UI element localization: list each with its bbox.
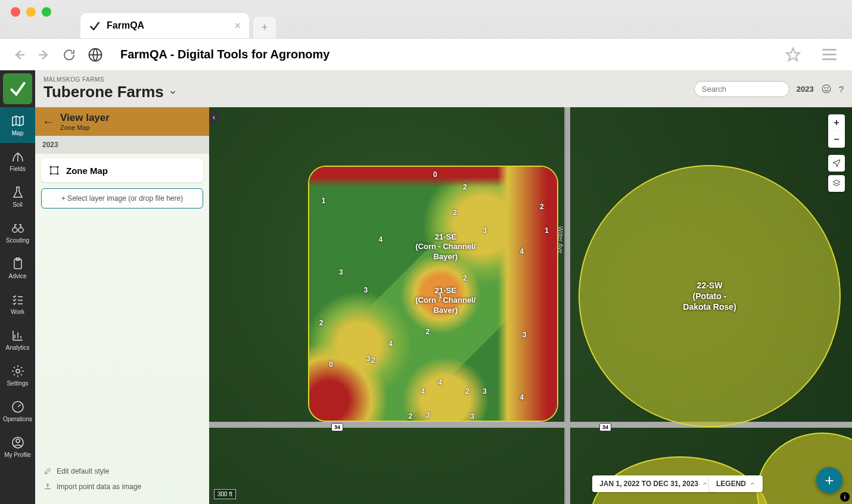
forward-icon[interactable] bbox=[37, 48, 51, 62]
farm-title-dropdown[interactable]: Tuberone Farms bbox=[43, 83, 694, 101]
zone-value: 2 bbox=[463, 274, 467, 282]
search-input[interactable] bbox=[694, 81, 789, 97]
zoom-in-button[interactable]: + bbox=[828, 114, 845, 131]
svg-point-14 bbox=[57, 173, 58, 175]
locate-button[interactable] bbox=[828, 155, 845, 172]
year-selector[interactable]: 2023 bbox=[797, 85, 814, 94]
sidebar-nav: Map Fields Soil Scouting Advice Work Ana… bbox=[0, 70, 35, 504]
face-icon[interactable] bbox=[821, 83, 832, 94]
nav-analytics[interactable]: Analytics bbox=[0, 322, 35, 357]
nav-label: Soil bbox=[13, 201, 23, 208]
nav-label: Map bbox=[12, 130, 23, 136]
zone-value: 4 bbox=[520, 393, 524, 402]
route-badge: 34 bbox=[599, 423, 611, 431]
nav-map[interactable]: Map bbox=[0, 107, 35, 143]
refresh-icon[interactable] bbox=[62, 48, 76, 62]
zone-value: 4 bbox=[378, 235, 383, 244]
legend-label: LEGEND bbox=[716, 480, 746, 488]
chart-icon bbox=[11, 328, 25, 343]
fields-icon bbox=[11, 150, 25, 164]
nav-scouting[interactable]: Scouting bbox=[0, 214, 35, 250]
legend-toggle[interactable]: LEGEND bbox=[709, 475, 763, 492]
nav-profile[interactable]: My Profile bbox=[0, 429, 35, 465]
route-badge: 34 bbox=[331, 423, 343, 431]
panel-header: ← View layer Zone Map bbox=[35, 107, 209, 136]
breadcrumb[interactable]: MALMSKOG FARMS bbox=[43, 76, 694, 83]
info-icon[interactable]: i bbox=[840, 492, 850, 502]
zone-value: 4 bbox=[520, 247, 524, 256]
map-canvas[interactable]: Witter Ave 34 34 ‹ 21-SE (Corn - Channel… bbox=[209, 107, 852, 504]
nav-operations[interactable]: Operations bbox=[0, 393, 35, 429]
binoculars-icon bbox=[11, 221, 25, 235]
flask-icon bbox=[11, 185, 25, 200]
zone-value: 1 bbox=[438, 292, 442, 300]
zone-value: 1 bbox=[545, 226, 549, 235]
map-icon bbox=[11, 114, 25, 128]
panel-subtitle: Zone Map bbox=[60, 124, 110, 131]
window-close-icon[interactable] bbox=[11, 7, 20, 17]
edit-style-link[interactable]: Edit default style bbox=[43, 463, 201, 479]
layer-name: Zone Map bbox=[66, 166, 108, 176]
chevron-up-icon bbox=[702, 481, 708, 487]
layer-card[interactable]: Zone Map bbox=[41, 158, 203, 182]
window-maximize-icon[interactable] bbox=[42, 7, 51, 17]
zone-value: 1 bbox=[322, 197, 326, 205]
zone-value: 4 bbox=[438, 378, 442, 387]
svg-point-15 bbox=[50, 173, 52, 175]
svg-point-11 bbox=[827, 88, 828, 89]
address-bar[interactable]: FarmQA - Digital Tools for Agronomy bbox=[114, 48, 775, 61]
date-range-label: JAN 1, 2022 TO DEC 31, 2023 bbox=[599, 480, 698, 488]
nav-soil[interactable]: Soil bbox=[0, 179, 35, 214]
nav-work[interactable]: Work bbox=[0, 286, 35, 322]
person-icon bbox=[11, 435, 25, 450]
browser-tab[interactable]: FarmQA × bbox=[80, 13, 249, 38]
close-tab-icon[interactable]: × bbox=[234, 20, 241, 32]
zone-value: 4 bbox=[421, 387, 425, 396]
zone-value: 0 bbox=[329, 360, 333, 369]
field-label-left-b: 21-SE (Corn - Channel/ Baver) bbox=[415, 286, 475, 315]
import-data-link[interactable]: Import point data as image bbox=[43, 479, 201, 494]
field-polygon-right[interactable]: 22-SW (Potato - Dakota Rose) bbox=[579, 165, 841, 427]
menu-icon[interactable] bbox=[822, 49, 837, 60]
back-button[interactable]: ← bbox=[42, 115, 54, 129]
upload-icon bbox=[43, 483, 52, 491]
gauge-icon bbox=[11, 400, 25, 414]
nav-fields[interactable]: Fields bbox=[0, 143, 35, 179]
check-logo-icon bbox=[8, 79, 27, 98]
date-range-selector[interactable]: JAN 1, 2022 TO DEC 31, 2023 bbox=[592, 475, 715, 492]
import-data-label: Import point data as image bbox=[57, 483, 141, 491]
help-icon[interactable]: ? bbox=[839, 84, 844, 94]
locate-icon bbox=[832, 158, 841, 168]
pencil-icon bbox=[43, 467, 52, 475]
browser-toolbar: FarmQA - Digital Tools for Agronomy bbox=[0, 38, 852, 70]
app-root: Map Fields Soil Scouting Advice Work Ana… bbox=[0, 70, 852, 504]
zoom-out-button[interactable]: − bbox=[828, 131, 845, 148]
nav-settings[interactable]: Settings bbox=[0, 357, 35, 393]
zone-value: 3 bbox=[426, 411, 430, 419]
chevron-up-icon bbox=[750, 481, 755, 487]
road-horizontal bbox=[209, 422, 852, 428]
collapse-panel-button[interactable]: ‹ bbox=[209, 111, 219, 124]
app-logo[interactable] bbox=[3, 73, 32, 104]
drop-zone[interactable]: + Select layer image (or drop file here) bbox=[41, 188, 203, 209]
new-tab-button[interactable]: + bbox=[253, 17, 276, 38]
map-controls: + − bbox=[828, 114, 845, 192]
polygon-icon bbox=[48, 164, 60, 176]
zone-value: 2 bbox=[453, 209, 457, 217]
zone-value: 2 bbox=[465, 387, 469, 396]
window-minimize-icon[interactable] bbox=[26, 7, 36, 17]
zone-value: 2 bbox=[540, 203, 544, 211]
add-fab-button[interactable]: + bbox=[816, 467, 842, 493]
zone-value: 3 bbox=[470, 412, 474, 421]
field-polygon-left[interactable]: 21-SE (Corn - Channel/ Bayer) 21-SE (Cor… bbox=[308, 166, 558, 422]
nav-advice[interactable]: Advice bbox=[0, 250, 35, 286]
nav-label: Settings bbox=[7, 380, 28, 387]
site-identity-icon[interactable] bbox=[87, 46, 104, 63]
nav-label: Advice bbox=[8, 273, 26, 279]
svg-point-5 bbox=[16, 369, 20, 373]
back-icon[interactable] bbox=[12, 48, 26, 62]
bookmark-icon[interactable] bbox=[785, 47, 801, 63]
left-panel: ← View layer Zone Map 2023 Zone Map + Se… bbox=[35, 107, 209, 504]
nav-label: Scouting bbox=[6, 237, 29, 244]
layers-button[interactable] bbox=[828, 175, 845, 192]
